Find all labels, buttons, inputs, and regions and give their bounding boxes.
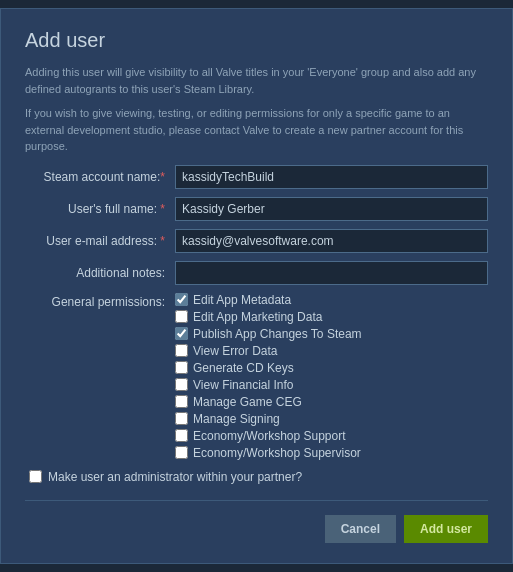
permission-checkbox-economy_workshop_supervisor[interactable] (175, 446, 188, 459)
add-user-dialog: Add user Adding this user will give visi… (0, 8, 513, 564)
notes-label: Additional notes: (25, 266, 175, 280)
full-name-input[interactable] (175, 197, 488, 221)
email-label: User e-mail address: * (25, 234, 175, 248)
permission-label-view_financial_info: View Financial Info (193, 378, 294, 392)
permission-item: Generate CD Keys (175, 361, 362, 375)
permission-checkbox-manage_signing[interactable] (175, 412, 188, 425)
permission-label-manage_game_ceg: Manage Game CEG (193, 395, 302, 409)
permission-item: Manage Game CEG (175, 395, 362, 409)
permissions-list: Edit App MetadataEdit App Marketing Data… (175, 293, 362, 460)
button-row: Cancel Add user (25, 500, 488, 543)
permission-label-view_error_data: View Error Data (193, 344, 277, 358)
permission-checkbox-view_financial_info[interactable] (175, 378, 188, 391)
permission-item: Economy/Workshop Support (175, 429, 362, 443)
permission-label-economy_workshop_supervisor: Economy/Workshop Supervisor (193, 446, 361, 460)
permission-item: Edit App Metadata (175, 293, 362, 307)
permission-checkbox-edit_app_marketing[interactable] (175, 310, 188, 323)
admin-row: Make user an administrator within your p… (25, 470, 488, 484)
steam-account-label: Steam account name:* (25, 170, 175, 184)
email-row: User e-mail address: * (25, 229, 488, 253)
permission-checkbox-edit_app_metadata[interactable] (175, 293, 188, 306)
permissions-label: General permissions: (25, 293, 175, 309)
admin-label: Make user an administrator within your p… (48, 470, 302, 484)
steam-account-row: Steam account name:* (25, 165, 488, 189)
permission-label-manage_signing: Manage Signing (193, 412, 280, 426)
cancel-button[interactable]: Cancel (325, 515, 396, 543)
permission-item: Edit App Marketing Data (175, 310, 362, 324)
description-para-2: If you wish to give viewing, testing, or… (25, 105, 488, 155)
permission-checkbox-generate_cd_keys[interactable] (175, 361, 188, 374)
dialog-title: Add user (25, 29, 488, 52)
permission-item: View Error Data (175, 344, 362, 358)
add-user-button[interactable]: Add user (404, 515, 488, 543)
description-block: Adding this user will give visibility to… (25, 64, 488, 155)
permission-item: Economy/Workshop Supervisor (175, 446, 362, 460)
permissions-row: General permissions: Edit App MetadataEd… (25, 293, 488, 460)
description-para-1: Adding this user will give visibility to… (25, 64, 488, 97)
permission-label-generate_cd_keys: Generate CD Keys (193, 361, 294, 375)
permission-label-publish_app_changes: Publish App Changes To Steam (193, 327, 362, 341)
permission-checkbox-view_error_data[interactable] (175, 344, 188, 357)
permission-checkbox-publish_app_changes[interactable] (175, 327, 188, 340)
notes-row: Additional notes: (25, 261, 488, 285)
permission-item: Publish App Changes To Steam (175, 327, 362, 341)
permission-item: Manage Signing (175, 412, 362, 426)
permission-item: View Financial Info (175, 378, 362, 392)
notes-input[interactable] (175, 261, 488, 285)
permission-label-edit_app_marketing: Edit App Marketing Data (193, 310, 322, 324)
permission-label-edit_app_metadata: Edit App Metadata (193, 293, 291, 307)
permission-checkbox-manage_game_ceg[interactable] (175, 395, 188, 408)
admin-checkbox[interactable] (29, 470, 42, 483)
permission-label-economy_workshop_support: Economy/Workshop Support (193, 429, 346, 443)
full-name-row: User's full name: * (25, 197, 488, 221)
email-input[interactable] (175, 229, 488, 253)
steam-account-input[interactable] (175, 165, 488, 189)
permission-checkbox-economy_workshop_support[interactable] (175, 429, 188, 442)
full-name-label: User's full name: * (25, 202, 175, 216)
